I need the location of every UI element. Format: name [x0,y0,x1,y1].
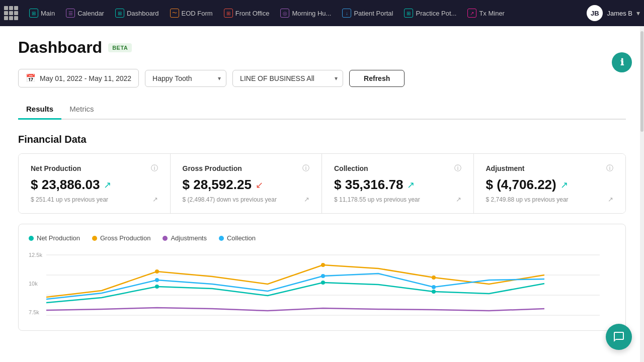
lob-select-arrow: ▾ [335,75,338,82]
lob-select[interactable]: LINE OF BUSINESS All General Ortho Pedia… [233,70,333,86]
metric-name-net-production: Net Production [31,164,81,172]
calendar-icon: 📅 [26,73,36,83]
metric-name-collection: Collection [334,164,368,172]
nav-label-tx-miner: Tx Miner [479,10,505,17]
main-content: Dashboard BETA ℹ 📅 May 01, 2022 - May 11… [0,26,644,343]
chart-svg [46,250,600,320]
dashboard-icon: ⊞ [115,9,124,18]
expand-net-production[interactable]: ↗ [152,196,158,203]
legend-dot-gross-production [92,236,97,241]
metric-value-net-production: $ 23,886.03 [31,177,100,193]
nav-label-dashboard: Dashboard [127,10,159,17]
info-button[interactable]: ℹ [612,52,632,72]
chart-body: 12.5k 10k 7.5k [29,250,615,320]
nav-tab-front-office[interactable]: ⊞ Front Office [219,7,275,20]
metric-sub-adjustment: $ 2,749.88 up vs previous year [486,196,569,203]
front-office-icon: ⊞ [224,9,233,18]
metric-info-collection[interactable]: ⓘ [454,164,461,173]
metric-card-adjustment: Adjustment ⓘ $ (4,706.22) ↗ $ 2,749.88 u… [474,154,626,213]
scrollbar[interactable] [640,26,644,343]
nav-tab-practice-pot[interactable]: ⊞ Practice Pot... [399,7,461,20]
y-axis-labels: 12.5k 10k 7.5k [29,250,42,315]
metric-info-gross-production[interactable]: ⓘ [302,164,309,173]
avatar[interactable]: JB [587,5,603,21]
legend-gross-production: Gross Production [92,234,150,242]
legend-dot-adjustments [163,236,168,241]
tab-metrics[interactable]: Metrics [61,100,102,120]
svg-point-7 [155,269,159,274]
metric-sub-gross-production: $ (2,498.47) down vs previous year [183,196,277,203]
chart-legend: Net Production Gross Production Adjustme… [29,234,615,242]
metric-card-collection: Collection ⓘ $ 35,316.78 ↗ $ 11,178.55 u… [322,154,474,213]
nav-tab-tx-miner[interactable]: ↗ Tx Miner [462,7,510,20]
lob-selector[interactable]: LINE OF BUSINESS All General Ortho Pedia… [232,70,343,87]
app-grid-icon[interactable] [4,6,18,20]
expand-collection[interactable]: ↗ [456,196,461,203]
morning-hu-icon: ◎ [280,9,289,18]
metric-value-collection: $ 35,316.78 [334,177,403,193]
svg-point-4 [155,285,159,289]
metric-info-adjustment[interactable]: ⓘ [606,164,613,173]
date-range-value: May 01, 2022 - May 11, 2022 [40,74,131,82]
svg-point-10 [155,278,159,282]
nav-label-patient-portal: Patient Portal [354,10,393,17]
chat-icon [613,331,625,343]
expand-gross-production[interactable]: ↗ [304,196,309,203]
eod-form-icon: 〜 [170,9,179,18]
legend-net-production: Net Production [29,234,80,242]
trend-icon-collection: ↗ [407,179,415,191]
nav-label-main: Main [41,10,55,17]
metric-card-net-production: Net Production ⓘ $ 23,886.03 ↗ $ 251.41 … [19,154,171,213]
trend-icon-adjustment: ↗ [560,179,568,191]
metric-sub-net-production: $ 251.41 up vs previous year [31,196,108,203]
nav-tab-morning-hu[interactable]: ◎ Morning Hu... [275,7,336,20]
nav-label-calendar: Calendar [77,10,104,17]
svg-point-9 [432,276,436,280]
svg-point-5 [321,281,325,285]
financial-chart: Net Production Gross Production Adjustme… [18,224,626,331]
page-title: Dashboard [18,38,102,57]
nav-label-morning-hu: Morning Hu... [292,10,331,17]
nav-tab-patient-portal[interactable]: ↓ Patient Portal [337,7,398,20]
nav-tab-main[interactable]: ⊞ Main [24,7,60,20]
nav-tab-dashboard[interactable]: ⊞ Dashboard [110,7,164,20]
financial-section: Financial Data Net Production ⓘ $ 23,886… [18,134,626,331]
page-header: Dashboard BETA [18,38,626,57]
svg-point-8 [321,263,325,267]
practice-pot-icon: ⊞ [404,9,413,18]
user-area: JB James B ▾ [587,5,640,21]
user-name: James B [607,10,632,17]
nav-label-eod-form: EOD Form [182,10,213,17]
refresh-button[interactable]: Refresh [349,70,405,87]
nav-tab-calendar[interactable]: ☰ Calendar [61,7,109,20]
svg-point-12 [432,285,436,289]
metric-name-adjustment: Adjustment [486,164,525,172]
financial-section-title: Financial Data [18,134,626,145]
practice-selector[interactable]: Happy Tooth ▾ [145,70,226,87]
trend-icon-gross-production: ↙ [256,179,263,191]
user-menu-chevron[interactable]: ▾ [636,9,640,17]
legend-dot-net-production [29,236,34,241]
date-range-picker[interactable]: 📅 May 01, 2022 - May 11, 2022 [18,69,139,87]
scrollbar-thumb[interactable] [640,31,643,132]
practice-select[interactable]: Happy Tooth [145,70,226,86]
metric-info-net-production[interactable]: ⓘ [151,164,158,173]
legend-collection: Collection [219,234,256,242]
tx-miner-icon: ↗ [467,9,476,18]
calendar-icon: ☰ [66,9,75,18]
trend-icon-net-production: ↗ [104,179,111,191]
legend-dot-collection [219,236,224,241]
legend-adjustments: Adjustments [163,234,207,242]
nav-tab-eod-form[interactable]: 〜 EOD Form [165,7,218,20]
filter-row: 📅 May 01, 2022 - May 11, 2022 Happy Toot… [18,69,626,87]
metric-name-gross-production: Gross Production [183,164,242,172]
metric-card-gross-production: Gross Production ⓘ $ 28,592.25 ↙ $ (2,49… [171,154,323,213]
beta-badge: BETA [108,43,132,52]
svg-point-6 [432,290,436,294]
metric-value-adjustment: $ (4,706.22) [486,177,556,193]
patient-portal-icon: ↓ [342,9,351,18]
expand-adjustment[interactable]: ↗ [608,196,613,203]
tab-results[interactable]: Results [18,100,61,120]
nav-label-front-office: Front Office [235,10,270,17]
tab-bar: Results Metrics [18,100,626,120]
